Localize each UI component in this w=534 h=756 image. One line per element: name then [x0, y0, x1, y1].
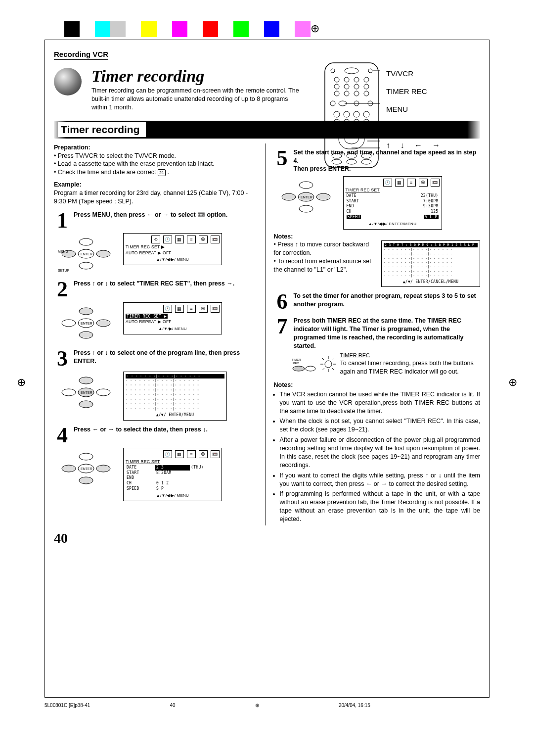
svg-point-85: [325, 361, 332, 368]
note-2-3: After a power failure or disconnection o…: [280, 436, 481, 470]
cancel-text: To cancel timer recording, press both th…: [340, 359, 481, 376]
step-1-text: Press MENU, then press ← or → to select …: [74, 211, 261, 219]
dpad-icon-2: ENTER: [54, 302, 118, 344]
svg-point-76: [306, 366, 315, 371]
svg-point-24: [354, 111, 359, 117]
svg-point-63: [62, 465, 76, 472]
svg-point-1: [331, 69, 335, 73]
svg-point-40: [361, 159, 371, 164]
step-number-5: 5: [274, 148, 291, 168]
svg-point-69: [282, 193, 296, 200]
remote-icon: [322, 61, 381, 170]
step-7-text: Press both TIMER REC at the same time. T…: [294, 317, 481, 350]
svg-point-10: [344, 84, 349, 89]
dpad-icon-4: ENTER: [54, 448, 118, 489]
note-2-2: When the clock is not set, you cannot se…: [280, 417, 481, 434]
svg-point-51: [62, 320, 76, 327]
note-2-4: If you want to correct the digits while …: [280, 472, 481, 488]
svg-point-67: [299, 182, 313, 189]
svg-point-7: [354, 77, 359, 82]
timer-rec-figure: TIMER REC: [292, 352, 481, 376]
step-number-4: 4: [54, 425, 71, 445]
registration-mark-left: ⊕: [17, 376, 26, 389]
note-1a: • Press ↑ to move cursor backward for co…: [274, 240, 377, 257]
timer-rec-label: TIMER REC: [340, 352, 481, 359]
svg-point-58: [96, 389, 110, 396]
registration-mark-bottom: ⊕: [255, 703, 259, 708]
svg-point-44: [96, 250, 110, 257]
step-1: 1 Press MENU, then press ← or → to selec…: [54, 211, 261, 231]
registration-mark-right: ⊕: [508, 376, 517, 389]
svg-point-23: [344, 111, 350, 117]
dpad-icon-5: ENTER: [274, 176, 338, 218]
svg-point-12: [364, 84, 369, 89]
svg-point-42: [79, 262, 93, 269]
step-3-text: Press ↑ or ↓ to select one of the progra…: [74, 349, 261, 366]
svg-rect-0: [325, 63, 378, 168]
step-2-text: Press ↑ or ↓ to select "TIMER REC SET", …: [74, 280, 261, 288]
svg-text:TIMER: TIMER: [292, 358, 301, 361]
notes-heading-2: Notes:: [274, 381, 481, 389]
svg-point-22: [334, 111, 340, 117]
svg-line-84: [322, 368, 324, 370]
svg-point-56: [79, 401, 93, 408]
step-6-text: To set the timer for another program, re…: [294, 292, 481, 309]
step-6: 6 To set the timer for another program, …: [274, 292, 481, 312]
svg-point-17: [330, 101, 335, 106]
page-number: 40: [54, 530, 480, 546]
bar-title: Timer recording: [58, 122, 146, 137]
example-heading: Example:: [54, 181, 261, 189]
note-1b: • To record from external source set the…: [274, 257, 377, 274]
svg-point-16: [364, 91, 369, 96]
svg-text:MENU: MENU: [58, 250, 68, 253]
indicator-light-icon: [319, 355, 337, 373]
remote-label-timerrec: TIMER REC: [386, 83, 444, 100]
step-number-7: 7: [274, 317, 291, 336]
osd-box-4: 🕐▦≡⦿📼 TIMER REC SET DATE2 3(THU) START8:…: [123, 448, 222, 501]
dpad-icon-3: ENTER: [54, 372, 118, 413]
remote-diagram: TV/VCR TIMER REC MENU ENTER ↑ ↓ ← →: [322, 61, 480, 170]
note-2-5: If programming is performed without a ta…: [280, 490, 481, 523]
svg-point-50: [79, 331, 93, 338]
step-number-1: 1: [54, 211, 71, 231]
left-column: Preparation: • Press TV/VCR to select th…: [54, 143, 266, 525]
svg-point-25: [363, 111, 369, 117]
prep-item-3: • Check the time and date are correct 21…: [54, 168, 261, 177]
svg-point-64: [96, 465, 110, 472]
osd-box-2: 🕐▦≡⦿📼 TIMER REC SET ▶ AUTO REPEAT ▶ OFF …: [123, 302, 222, 334]
svg-point-41: [79, 238, 93, 245]
print-color-bar: [64, 21, 311, 37]
svg-point-68: [299, 205, 313, 212]
step-3: 3 Press ↑ or ↓ to select one of the prog…: [54, 349, 261, 369]
svg-point-49: [79, 308, 93, 315]
svg-point-39: [347, 159, 356, 164]
note-2-1: The VCR section cannot be used while the…: [280, 390, 481, 416]
osd-box-3: - - - - - - -|- - - -|- - - - - - - - - …: [123, 372, 227, 421]
osd-box-5: 🕐▦≡⦿📼 TIMER REC SET DATE23(THU) START7:0…: [343, 176, 442, 229]
osd-box-1: ⟲🕐▦≡⦿📼 TIMER REC SET ▶ AUTO REPEAT ▶ OFF…: [123, 233, 222, 265]
intro-paragraph: Timer recording can be programmed on-scr…: [91, 87, 304, 112]
svg-point-5: [334, 77, 339, 82]
footer-page: 40: [170, 703, 175, 708]
svg-text:ENTER: ENTER: [81, 467, 92, 471]
svg-text:ENTER: ENTER: [81, 322, 92, 325]
svg-point-14: [344, 91, 349, 96]
osd-box-6: 2 3 T H 7 : 0 0 P M 9 : 3 0 P M 1 2 5 S …: [381, 240, 480, 287]
svg-line-81: [322, 358, 324, 360]
step-7: 7 Press both TIMER REC at the same time.…: [274, 317, 481, 350]
footer-line: 5L00301C [E]p38-41 40 ⊕ 20/4/04, 16:15: [44, 703, 490, 708]
button-pair-icon: TIMER REC: [292, 357, 316, 372]
svg-point-9: [334, 84, 339, 89]
svg-point-36: [347, 153, 356, 158]
svg-point-35: [332, 153, 342, 158]
svg-point-8: [364, 77, 369, 82]
svg-point-3: [368, 69, 372, 73]
prep-item-1: • Press TV/VCR to select the TV/VCR mode…: [54, 152, 261, 160]
footer-docid: 5L00301C [E]p38-41: [44, 703, 90, 708]
svg-point-2: [345, 68, 358, 74]
registration-mark-top: ⊕: [311, 22, 319, 35]
svg-point-15: [354, 91, 359, 96]
svg-text:ENTER: ENTER: [81, 252, 92, 256]
svg-line-83: [332, 358, 334, 360]
svg-point-52: [96, 320, 110, 327]
